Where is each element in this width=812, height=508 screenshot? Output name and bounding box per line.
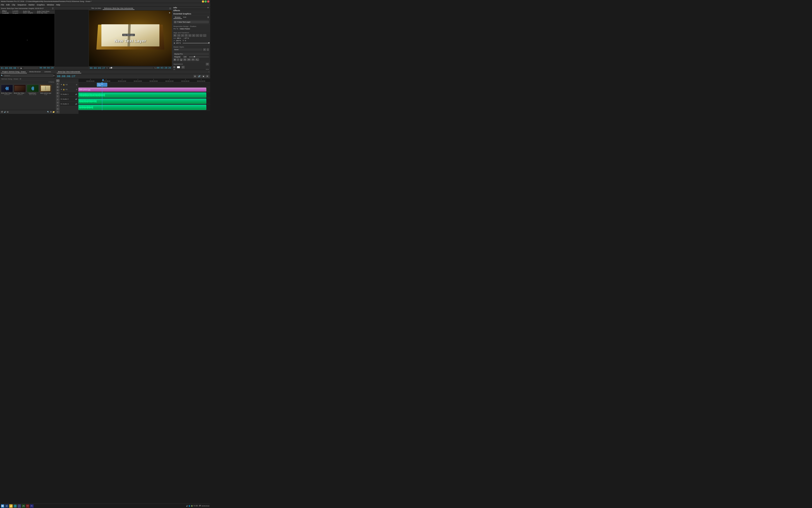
v2-lock[interactable]: 🔒 bbox=[63, 84, 65, 86]
eg-bold-btn[interactable]: B bbox=[173, 58, 176, 61]
eg-align-middle-v[interactable]: ⊥ bbox=[188, 34, 191, 37]
media-item-4[interactable]: bible-picture.jpg 4.2M bbox=[40, 85, 52, 109]
close-button[interactable] bbox=[207, 0, 209, 3]
tool-rolling[interactable]: N bbox=[56, 89, 59, 91]
tab-reference[interactable]: Reference: Birds Eye View Instrumental bbox=[103, 7, 134, 10]
tool-slide[interactable]: U bbox=[56, 101, 59, 104]
eg-rot-val[interactable]: 0 bbox=[185, 40, 186, 42]
eg-opacity-slider[interactable] bbox=[183, 43, 209, 43]
tl-snap-btn[interactable]: ⊞ bbox=[194, 75, 197, 78]
eg-tab-browse[interactable]: Browse bbox=[173, 16, 182, 19]
pf-icon-new[interactable]: 📁 bbox=[52, 111, 55, 113]
eg-align-center-h[interactable]: ⊣ bbox=[177, 34, 180, 37]
a1-level[interactable]: 🔊 bbox=[75, 93, 77, 95]
menu-file[interactable]: File bbox=[1, 4, 4, 6]
tab-project[interactable]: Project: Sermon Song - Grace bbox=[1, 71, 27, 73]
eg-remove-style[interactable]: - bbox=[207, 48, 209, 51]
ref-timecode[interactable]: 00:00:09:27 bbox=[90, 67, 105, 69]
eg-add-style[interactable]: + bbox=[203, 48, 206, 51]
eg-close[interactable]: ✕ bbox=[207, 7, 209, 9]
eg-edit-appearance[interactable]: ✏ bbox=[206, 63, 209, 66]
tool-pen[interactable]: P bbox=[56, 104, 59, 107]
eg-distribute-v[interactable]: ↕ bbox=[200, 34, 202, 37]
eg-fill-color[interactable] bbox=[177, 66, 180, 68]
eg-style-dropdown[interactable]: None bbox=[173, 48, 202, 51]
reference-monitor-menu[interactable]: ☰ bbox=[169, 7, 171, 10]
pf-icon-1[interactable]: 🎬 bbox=[1, 111, 3, 113]
maximize-button[interactable] bbox=[205, 0, 207, 3]
project-search-input[interactable] bbox=[3, 74, 53, 77]
tool-type[interactable]: T bbox=[56, 111, 59, 113]
source-progress[interactable] bbox=[24, 68, 39, 68]
eg-align-left[interactable]: ⊢ bbox=[173, 34, 176, 37]
pf-icon-list[interactable]: ☰ bbox=[50, 111, 52, 113]
a3-level[interactable]: 🔊 bbox=[75, 103, 77, 105]
ref-full[interactable]: Full bbox=[154, 67, 157, 69]
media-item-2[interactable]: Birds Eye View N... 0:00:00:0 bbox=[14, 85, 26, 109]
tab-media-browser[interactable]: Media Browser bbox=[28, 71, 42, 73]
tool-ripple[interactable]: B bbox=[56, 86, 59, 88]
tool-slip[interactable]: Y bbox=[56, 98, 59, 101]
tool-razor[interactable]: C bbox=[56, 95, 59, 97]
eg-sub-btn[interactable]: T_ bbox=[195, 58, 199, 61]
tool-hand[interactable]: H bbox=[56, 108, 59, 110]
tab-audio-track-mixer[interactable]: Audio Track Mixer: Birds Eye View... bbox=[36, 10, 54, 14]
eg-pin-to-value[interactable]: Video Frame bbox=[179, 28, 190, 30]
tab-title[interactable]: Title: (no title) bbox=[90, 7, 102, 10]
v1-lock[interactable]: 🔒 bbox=[63, 89, 65, 90]
clip-bible-picture[interactable]: Bible-picture.jpg bbox=[78, 88, 206, 91]
menu-window[interactable]: Window bbox=[47, 4, 54, 6]
tl-marker-btn[interactable]: ◆ bbox=[202, 75, 205, 78]
clip-audio-3[interactable] bbox=[78, 105, 206, 110]
media-item-1[interactable]: Birds Eye View... 0:00:00:0 bbox=[1, 85, 13, 109]
eg-stroke-edit[interactable]: ✏ bbox=[206, 69, 209, 70]
source-play-btn[interactable]: ▶ bbox=[20, 67, 23, 70]
a1-eye[interactable]: M bbox=[61, 93, 62, 95]
eg-font-family[interactable]: Myriad Pro bbox=[173, 53, 209, 55]
eg-tab-edit[interactable]: Edit bbox=[182, 16, 188, 19]
seq-add-btn[interactable]: + bbox=[208, 71, 209, 73]
v2-eye[interactable]: 👁 bbox=[61, 84, 62, 85]
a2-level[interactable]: 🔊 bbox=[75, 98, 77, 100]
pf-icon-3[interactable]: ⊞ bbox=[7, 111, 8, 113]
ref-progress[interactable] bbox=[109, 68, 153, 68]
eg-align-top[interactable]: ⊤ bbox=[184, 34, 188, 37]
project-icon-btn[interactable]: ⊞ bbox=[53, 75, 55, 77]
timeline-timecode[interactable]: 00:00:06:27 bbox=[57, 75, 76, 78]
v1-eye[interactable]: 👁 bbox=[61, 89, 62, 90]
ref-fit[interactable]: Fit bbox=[106, 67, 108, 69]
tab-libraries[interactable]: Libraries bbox=[43, 71, 52, 73]
minimize-button[interactable] bbox=[202, 0, 204, 3]
sequence-tab[interactable]: Birds Eye View Instrumental bbox=[57, 71, 81, 73]
eg-italic-btn[interactable]: I bbox=[177, 58, 179, 61]
eg-layer-checkbox[interactable] bbox=[174, 21, 176, 23]
menu-marker[interactable]: Marker bbox=[29, 4, 35, 6]
pf-icon-2[interactable]: 🔊 bbox=[4, 111, 6, 113]
eg-pos-x-val[interactable]: 480.1 bbox=[177, 37, 181, 39]
eg-scale-val[interactable]: 100 % bbox=[176, 40, 181, 42]
eg-text-layer-row[interactable]: T New Text Layer bbox=[173, 20, 209, 24]
clip-audio-1[interactable] bbox=[78, 92, 206, 98]
pf-icon-search[interactable]: 🔍 bbox=[47, 111, 49, 113]
source-timecode[interactable]: 01:00:00:00 bbox=[1, 67, 16, 69]
a3-eye[interactable]: M bbox=[61, 103, 62, 105]
eg-more-align[interactable]: … bbox=[203, 34, 206, 37]
eg-allcaps-btn[interactable]: TT bbox=[187, 58, 191, 61]
eg-stroke-checkbox[interactable] bbox=[173, 70, 175, 70]
a2-eye[interactable]: M bbox=[61, 98, 62, 100]
eg-small-caps-btn[interactable]: Tt bbox=[183, 58, 186, 61]
eg-font-style[interactable]: Regular bbox=[173, 56, 181, 58]
tab-audio-clip-mixer[interactable]: Audio Clip Mixer: Graphic bbox=[22, 10, 35, 14]
eg-align-right[interactable]: ⊣ bbox=[181, 34, 184, 37]
eg-fill-checkbox[interactable] bbox=[173, 66, 175, 68]
media-item-3[interactable]: UpperEast... 00:27:00:00 bbox=[27, 85, 39, 109]
tool-select[interactable]: V bbox=[56, 80, 59, 82]
v2-sync[interactable]: ⊞ bbox=[76, 84, 77, 86]
tool-rate-stretch[interactable]: R bbox=[56, 92, 59, 94]
tl-link-btn[interactable]: 🔗 bbox=[197, 75, 201, 78]
menu-sequence[interactable]: Sequence bbox=[17, 4, 27, 6]
eg-underline-btn[interactable]: U bbox=[180, 58, 183, 61]
eg-align-bottom[interactable]: ⊥ bbox=[192, 34, 195, 37]
eg-font-size[interactable]: 100 bbox=[183, 56, 187, 58]
eg-panel-menu[interactable]: ☰ bbox=[207, 16, 209, 18]
